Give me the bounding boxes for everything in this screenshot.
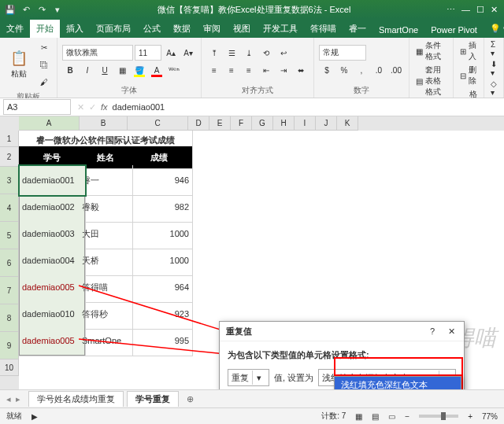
row-header-1[interactable]: 1 <box>0 131 19 147</box>
number-format-combo[interactable]: 常规 <box>319 45 366 61</box>
duplicate-type-select[interactable]: 重复▾ <box>228 369 269 386</box>
row-header-4[interactable]: 4 <box>0 194 19 222</box>
paste-button[interactable]: 📋 粘贴 <box>5 44 33 85</box>
cancel-formula-icon[interactable]: ✕ <box>77 102 84 112</box>
border-button[interactable]: ▦ <box>114 62 130 78</box>
comma-icon[interactable]: , <box>354 62 369 78</box>
row-header-7[interactable]: 7 <box>0 277 19 304</box>
column-header-G[interactable]: G <box>252 116 273 131</box>
macro-record-icon[interactable]: ▶ <box>32 412 38 421</box>
cell-name[interactable]: SmartOne <box>79 326 133 356</box>
row-header-9[interactable]: 9 <box>0 332 19 359</box>
ribbon-options-icon[interactable]: ⋯ <box>447 5 455 15</box>
qat-more-icon[interactable]: ▾ <box>52 4 63 15</box>
zoom-out-icon[interactable]: − <box>405 412 410 421</box>
tab-layout[interactable]: 页面布局 <box>90 20 137 38</box>
tab-data[interactable]: 数据 <box>167 20 197 38</box>
align-top-icon[interactable]: ⤒ <box>206 45 222 61</box>
dialog-close-icon[interactable]: ✕ <box>445 326 458 337</box>
dropdown-item[interactable]: 浅红填充色深红色文本 <box>335 377 461 389</box>
row-header-3[interactable]: 3 <box>0 167 19 194</box>
cut-icon[interactable]: ✂ <box>36 39 52 55</box>
sheet-prev-icon[interactable]: ◂ <box>6 394 11 404</box>
align-center-icon[interactable]: ≡ <box>224 62 239 78</box>
align-middle-icon[interactable]: ☰ <box>224 45 239 61</box>
row-header-5[interactable]: 5 <box>0 222 19 249</box>
indent-inc-icon[interactable]: ⇥ <box>276 62 291 78</box>
row-header-10[interactable]: 10 <box>0 359 19 376</box>
redo-icon[interactable]: ↷ <box>36 4 47 15</box>
tab-review[interactable]: 审阅 <box>197 20 227 38</box>
tab-insert[interactable]: 插入 <box>60 20 90 38</box>
dec-decimal-icon[interactable]: .00 <box>388 62 404 78</box>
worksheet-grid[interactable]: ABCDEFGHIJK 12345678910 睿一微软办公软件国际认证考试成绩… <box>0 116 504 389</box>
merge-icon[interactable]: ⬌ <box>293 62 309 78</box>
font-name-combo[interactable]: 微软雅黑 <box>62 45 133 61</box>
autosum-icon[interactable]: Σ ▾ <box>489 39 498 58</box>
view-normal-icon[interactable]: ▦ <box>355 412 362 421</box>
enter-formula-icon[interactable]: ✓ <box>89 102 96 112</box>
tab-view[interactable]: 视图 <box>227 20 257 38</box>
column-header-A[interactable]: A <box>19 116 80 131</box>
view-pagebreak-icon[interactable]: ▭ <box>388 412 395 421</box>
align-bottom-icon[interactable]: ⤓ <box>241 45 257 61</box>
dialog-help-icon[interactable]: ? <box>426 326 439 336</box>
column-header-D[interactable]: D <box>188 116 209 131</box>
delete-cells-button[interactable]: ⊟删除 <box>458 64 479 87</box>
accounting-icon[interactable]: $ <box>319 62 335 78</box>
column-header-I[interactable]: I <box>295 116 316 131</box>
row-header-6[interactable]: 6 <box>0 249 19 277</box>
italic-button[interactable]: I <box>80 62 95 78</box>
grow-font-icon[interactable]: A▴ <box>163 45 179 61</box>
sheet-tab-2[interactable]: 学号重复 <box>127 391 179 407</box>
save-icon[interactable]: 💾 <box>5 4 16 15</box>
percent-icon[interactable]: % <box>336 62 352 78</box>
indent-dec-icon[interactable]: ⇤ <box>258 62 274 78</box>
copy-icon[interactable]: ⿻ <box>36 57 52 72</box>
tab-tellme[interactable]: 💡 告诉我 <box>484 20 504 38</box>
align-right-icon[interactable]: ≡ <box>241 62 257 78</box>
new-sheet-icon[interactable]: ⊕ <box>182 394 198 404</box>
bold-button[interactable]: B <box>62 62 78 78</box>
table-format-button[interactable]: ▤套用表格格式 <box>414 64 448 98</box>
column-header-B[interactable]: B <box>80 116 128 131</box>
tab-formulas[interactable]: 公式 <box>137 20 167 38</box>
align-left-icon[interactable]: ≡ <box>206 62 222 78</box>
column-header-C[interactable]: C <box>128 116 188 131</box>
conditional-format-button[interactable]: ▦条件格式 <box>414 39 448 63</box>
column-header-F[interactable]: F <box>231 116 252 131</box>
fx-icon[interactable]: fx <box>101 102 108 112</box>
inc-decimal-icon[interactable]: .0 <box>371 62 387 78</box>
column-header-H[interactable]: H <box>273 116 295 131</box>
fill-icon[interactable]: ⬇ ▾ <box>489 59 498 78</box>
tab-powerpivot[interactable]: Power Pivot <box>424 22 484 38</box>
underline-button[interactable]: U <box>97 62 113 78</box>
sheet-tab-1[interactable]: 学号姓名成绩均重复 <box>28 391 124 407</box>
tab-addin1[interactable]: 答得喵 <box>304 20 343 38</box>
format-painter-icon[interactable]: 🖌 <box>36 74 52 90</box>
select-all-corner[interactable] <box>0 116 20 131</box>
shrink-font-icon[interactable]: A▾ <box>180 45 196 61</box>
minimize-icon[interactable]: — <box>461 5 470 15</box>
tab-addin2[interactable]: 睿一 <box>343 20 372 38</box>
wrap-text-icon[interactable]: ↩ <box>276 45 291 61</box>
orientation-icon[interactable]: ⟲ <box>258 45 274 61</box>
fill-color-button[interactable]: 🪣 <box>132 62 147 78</box>
formula-value[interactable]: dademiao001 <box>113 102 501 112</box>
tab-developer[interactable]: 开发工具 <box>257 20 304 38</box>
undo-icon[interactable]: ↶ <box>20 4 32 15</box>
column-header-K[interactable]: K <box>337 116 358 131</box>
phonetic-icon[interactable]: ᵂᵉⁿ <box>166 62 182 78</box>
tab-addin3[interactable]: SmartOne <box>372 22 424 38</box>
zoom-in-icon[interactable]: + <box>468 412 472 421</box>
zoom-slider[interactable] <box>419 415 458 418</box>
clear-icon[interactable]: ◇ ▾ <box>489 79 498 98</box>
cell-id[interactable]: dademiao001 <box>19 165 86 196</box>
column-header-E[interactable]: E <box>209 116 231 131</box>
name-box[interactable]: A3 <box>3 99 71 115</box>
sheet-next-icon[interactable]: ▸ <box>16 394 20 404</box>
cell-score[interactable]: 995 <box>126 326 193 356</box>
row-header-8[interactable]: 8 <box>0 304 19 332</box>
tab-home[interactable]: 开始 <box>30 20 60 38</box>
insert-cells-button[interactable]: ⊞插入 <box>458 39 479 63</box>
